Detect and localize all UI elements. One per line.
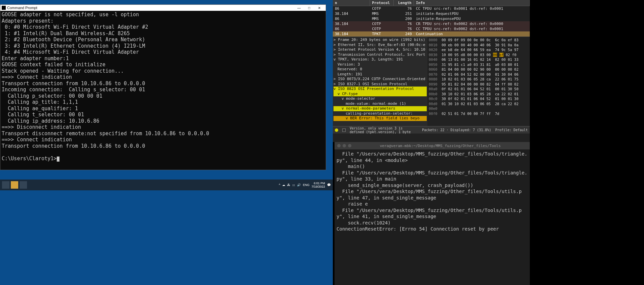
tree-node[interactable]: > ISO 8073/X.224 COTP Connection-Oriente… [333,77,427,82]
system-tray[interactable]: ^ ☁ 🖧 ⚏ 🔊 ENG 6:01 PM 7/19/2022 💬 [279,182,331,188]
tree-node[interactable]: > Ethernet II, Src: Eve_0a:ef:83 (00:0c:… [333,43,427,48]
hex-line[interactable]: 0040 06 13 01 00 16 01 02 14 02 00 01 33 [429,57,528,62]
packet-row[interactable]: 38.184TPKT249Continuation [333,31,530,37]
windows-taskbar[interactable]: ^ ☁ 🖧 ⚏ 🔊 ENG 6:01 PM 7/19/2022 💬 [0,180,333,190]
tray-wifi-icon[interactable]: ⚏ [292,183,295,187]
tray-volume-icon[interactable]: 🔊 [297,183,301,187]
tray-language[interactable]: ENG [303,183,309,187]
col-length[interactable]: Length [394,0,414,6]
expert-info-icon[interactable] [335,128,338,132]
packet-details-tree[interactable]: > Frame 20: 249 bytes on wire (1992 bits… [333,37,427,126]
hex-line[interactable]: 0070 02 01 06 04 52 02 00 00 01 30 04 06 [429,72,528,77]
hex-line[interactable]: 0000 00 09 0f 09 00 0e 00 0c 6c 0a ef 83 [429,38,528,43]
packet-row[interactable]: 38.184MMS251initiate-RequestPDU [333,11,530,16]
tray-onedrive-icon[interactable]: ☁ [282,183,285,187]
maximize-dot[interactable] [348,144,351,147]
tree-node[interactable]: Reserved: 0 [333,67,427,72]
cmd-title: Command Prompt [7,6,294,10]
terminal-title: vera@veram-mbk:~/Desktop/MMS_fuzzing/Oth… [353,144,527,148]
hex-line[interactable]: 00e0 [429,106,528,111]
tray-time[interactable]: 6:01 PM [314,182,325,185]
minimize-button[interactable]: — [294,6,304,10]
tree-node[interactable]: > Internet Protocol Version 4, Src: 10.1… [333,47,427,52]
hex-line[interactable]: 00d0 01 30 10 02 01 03 06 05 28 ca 22 02 [429,101,528,106]
col-protocol[interactable]: Protocol [370,0,394,6]
tree-node[interactable]: Version: 3 [333,62,427,67]
maximize-button[interactable]: □ [304,6,314,10]
tree-node[interactable]: v CP-type [333,92,427,97]
capture-file-icon[interactable] [342,128,346,132]
minimize-dot[interactable] [343,144,346,147]
tray-date[interactable]: 7/19/2022 [312,185,325,188]
tree-node[interactable]: > Transmission Control Protocol, Src Por… [333,52,427,57]
tree-node[interactable]: > Frame 20: 249 bytes on wire (1992 bits… [333,38,427,43]
tree-node[interactable]: v BER Error: This field lies beyo [333,116,427,121]
close-dot[interactable] [337,144,341,147]
cursor [57,157,59,162]
tray-notifications-icon[interactable]: 💬 [327,183,331,187]
packet-row[interactable]: 38.184COTP76CR TPDU src-ref: 0x0002 dst-… [333,21,530,26]
hex-line[interactable]: 0080 10 02 01 03 06 05 28 ca 22 06 01 75 [429,77,528,82]
windows-desktop: Command Prompt — □ ✕ GOOSE adapter is no… [0,0,333,285]
packet-hex-view[interactable]: 0000 00 09 0f 09 00 0e 00 0c 6c 0a ef 83… [427,37,530,126]
file-explorer-icon[interactable] [11,181,18,189]
packet-row[interactable]: 86COTP76CC TPDU src-ref: 0x0002 dst-ref:… [333,26,530,31]
linux-terminal-window: vera@veram-mbk:~/Desktop/MMS_fuzzing/Oth… [335,142,530,285]
hex-line[interactable]: 0060 81 04 00 00 00 02 90 00 00 00 00 02 [429,67,528,72]
hex-line[interactable]: 0050 31 95 81 c1 a0 03 31 81 a0 03 80 01 [429,62,528,67]
tray-network-icon[interactable]: 🖧 [287,183,290,187]
tree-node[interactable]: > ISO 8327-1 OSI Session Protocol [333,82,427,87]
hex-line[interactable]: 00b0 30 10 02 01 03 06 05 28 ca 22 02 01 [429,92,528,97]
cmd-icon [2,6,6,10]
hex-line[interactable]: 0020 ee b8 de 64 00 66 59 ea 74 9c 5a 97 [429,47,528,52]
command-prompt-window: Command Prompt — □ ✕ GOOSE adapter is no… [0,4,326,170]
tree-node[interactable]: v TPKT, Version: 3, Length: 191 [333,57,427,62]
col-info[interactable]: Info [414,0,530,6]
wireshark-statusbar: Version, only version 3 is defined (tpkt… [333,126,530,134]
status-packets: Packets: 22 · Displayed: 7 (31.8%) [422,128,491,132]
tree-node[interactable]: v mode-selector [333,96,427,101]
terminal-titlebar[interactable]: vera@veram-mbk:~/Desktop/MMS_fuzzing/Oth… [335,142,530,149]
tray-chevron-icon[interactable]: ^ [279,183,280,187]
packet-row[interactable]: 86MMS200initiate-ResponsePDU [333,16,530,21]
hex-line[interactable]: 0090 95 81 82 04 00 00 00 82 04 ff 00 02 [429,82,528,87]
hex-line[interactable]: 00c0 30 0f 02 01 01 06 04 52 01 00 01 30 [429,96,528,101]
start-button[interactable] [2,181,9,189]
status-profile[interactable]: Profile: Default [495,128,528,132]
terminal-output[interactable]: File "/Users/vera/Desktop/MMS_fuzzing/Ot… [335,149,530,234]
cmd-output[interactable]: GOOSE adapter is not specified, use -l o… [0,11,326,170]
col-source[interactable]: n [333,0,370,6]
packet-row[interactable]: 86COTP76CC TPDU src-ref: 0x0001 dst-ref:… [333,6,530,11]
tree-node[interactable]: calling-presentation-selector: [333,111,427,116]
hex-line[interactable]: 00a0 0f 02 01 01 06 04 52 01 00 01 30 50 [429,87,528,92]
hex-line[interactable]: 0030 10 00 95 d8 00 00 03 00 00 bf 02 f0 [429,52,528,57]
wireshark-window: n Protocol Length Info 86COTP76CC TPDU s… [333,0,530,142]
packet-list[interactable]: 86COTP76CC TPDU src-ref: 0x0001 dst-ref:… [333,6,530,37]
tree-node[interactable]: mode-value: normal-mode (1) [333,101,427,106]
close-button[interactable]: ✕ [314,6,324,10]
tree-node[interactable]: Length: 191 [333,72,427,77]
tree-node[interactable]: v ISO 8823 OSI Presentation Protocol [333,87,427,92]
taskbar-app-icon[interactable] [20,181,27,189]
packet-list-header[interactable]: n Protocol Length Info [333,0,530,6]
hex-line[interactable]: 00f0 02 51 01 7d 00 00 7f ff 7d [429,111,528,116]
hex-line[interactable]: 0010 00 eb 00 00 40 00 40 06 30 91 0a 0a [429,43,528,48]
status-field-info: Version, only version 3 is defined (tpkt… [350,126,418,134]
tree-node[interactable]: v normal-mode-parameters [333,106,427,111]
cmd-titlebar[interactable]: Command Prompt — □ ✕ [0,5,326,11]
